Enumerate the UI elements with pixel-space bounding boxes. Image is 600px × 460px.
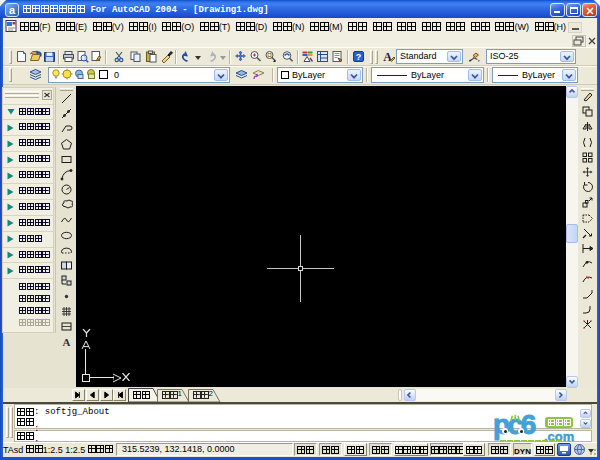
- svg-text:?: ?: [356, 52, 362, 62]
- svg-text:A: A: [63, 336, 71, 348]
